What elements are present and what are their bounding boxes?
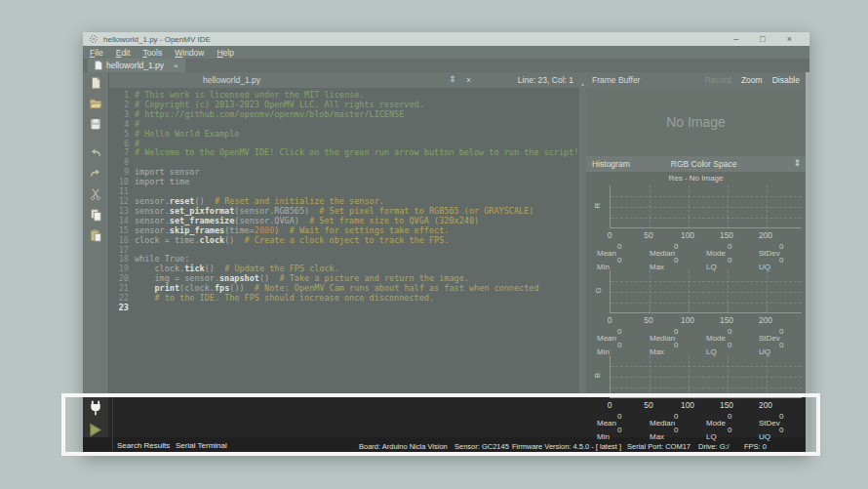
stat-value: 0 <box>674 256 678 265</box>
status-fps: FPS: 0 <box>744 442 767 451</box>
open-folder-icon <box>89 97 102 110</box>
menu-edit[interactable]: Edit <box>116 48 131 58</box>
toggle-search-results[interactable]: Search Results <box>117 441 170 450</box>
record-button: Record <box>705 75 731 85</box>
title-bar[interactable]: helloworld_1.py - OpenMV IDE –□× <box>83 32 809 46</box>
maximize-button[interactable]: □ <box>760 32 765 46</box>
tick-label: 0 <box>608 315 612 325</box>
frame-buffer-view: No Image <box>586 88 806 156</box>
stats-row: Min0Max0LQ0UQ0 <box>586 426 806 437</box>
scroll-up-icon[interactable]: ▴ <box>581 81 584 87</box>
close-button[interactable]: × <box>787 32 792 46</box>
stat-value: 0 <box>779 426 783 434</box>
disable-button[interactable]: Disable <box>772 75 800 85</box>
status-bar-content: Search ResultsSerial TerminalBoard: Ardu… <box>83 437 806 455</box>
code-line: # to the IDE. The FPS should increase on… <box>135 294 579 304</box>
code-line: import time <box>135 178 579 187</box>
stats-row: Mean0Median0Mode0StDev0 <box>586 412 806 424</box>
editor-close-icon[interactable]: × <box>466 75 471 85</box>
color-space-select[interactable]: RGB Color Space <box>671 159 737 169</box>
file-tab-close-icon[interactable]: × <box>174 61 178 70</box>
channel-plot: B <box>610 355 802 398</box>
file-tab[interactable]: helloworld_1.py × <box>88 59 185 72</box>
cut-button[interactable] <box>83 183 108 204</box>
document-split-icon[interactable]: ⇕ <box>449 74 456 84</box>
stat-value: 0 <box>779 341 783 349</box>
stat-value: 0 <box>728 327 731 336</box>
editor-scrollbar[interactable]: ▴ <box>579 72 586 395</box>
color-space-spinner-icon[interactable]: ⇕ <box>793 158 801 168</box>
status-firmware: Firmware Version: 4.5.0 - [ latest ] <box>512 442 621 451</box>
paste-icon <box>89 228 102 242</box>
tick-label: 50 <box>644 400 652 410</box>
undo-button[interactable] <box>83 143 108 163</box>
tick-label: 200 <box>759 400 772 410</box>
tick-label: 100 <box>681 230 694 240</box>
stat-value: 0 <box>617 256 621 265</box>
window-title: helloworld_1.py - OpenMV IDE <box>103 35 211 44</box>
stat-value: 0 <box>674 426 678 434</box>
status-drive: Drive: G:/ <box>698 442 730 451</box>
frame-buffer-title: Frame Buffer <box>592 75 640 85</box>
menu-help[interactable]: Help <box>217 48 233 58</box>
stat-value: 0 <box>779 242 783 251</box>
open-file-button[interactable] <box>83 93 108 113</box>
paste-button[interactable] <box>83 224 108 245</box>
stat-value: 0 <box>728 256 731 265</box>
tick-label: 200 <box>759 315 772 325</box>
status-sensor: Sensor: GC2145 <box>454 442 509 451</box>
stat-value: 0 <box>617 242 621 251</box>
channel-axis-label: B <box>593 373 602 378</box>
frame-buffer-actions: RecordZoomDisable <box>705 75 801 85</box>
document-selector[interactable]: helloworld_1.py <box>203 75 260 85</box>
channel-R: R050100150200Mean0Median0Mode0StDev0Min0… <box>586 185 806 270</box>
stat-value: 0 <box>674 341 678 349</box>
play-icon <box>87 422 106 438</box>
code-line <box>135 246 579 256</box>
cut-icon <box>89 187 102 201</box>
code-line: # Welcome to the OpenMV IDE! Click on th… <box>135 148 579 158</box>
tick-label: 150 <box>720 315 733 325</box>
status-serial-port: Serial Port: COM17 <box>627 442 690 451</box>
minimize-button[interactable]: – <box>733 32 738 46</box>
new-file-button[interactable] <box>83 72 108 93</box>
code-line: import sensor <box>135 168 579 178</box>
save-file-button[interactable] <box>83 113 108 134</box>
panel-scrollbar[interactable] <box>806 72 809 455</box>
code-line <box>135 304 579 313</box>
channel-plot: R <box>610 185 802 228</box>
tick-label: 50 <box>644 315 652 325</box>
code-editor[interactable]: 1234567891011121314151617181920212223 # … <box>108 88 579 395</box>
zoom-button[interactable]: Zoom <box>741 75 763 85</box>
channel-plot: G <box>610 270 802 313</box>
stat-value: 0 <box>779 412 783 421</box>
stats-row: Min0Max0LQ0UQ0 <box>586 256 806 267</box>
frame-buffer-header: Frame Buffer RecordZoomDisable <box>586 72 806 88</box>
stats-row: Min0Max0LQ0UQ0 <box>586 341 806 352</box>
file-tab-label: helloworld_1.py <box>106 61 164 70</box>
menu-bar: FileEditToolsWindowHelp <box>83 46 809 59</box>
undo-icon <box>89 146 102 160</box>
tick-label: 150 <box>720 230 733 240</box>
stat-value: 0 <box>617 426 621 434</box>
menu-window[interactable]: Window <box>175 48 204 58</box>
axis-ticks: 050100150200 <box>586 230 806 240</box>
redo-button[interactable] <box>83 163 108 183</box>
cursor-position: Line: 23, Col: 1 <box>518 75 573 85</box>
channel-G: G050100150200Mean0Median0Mode0StDev0Min0… <box>586 270 806 355</box>
menu-tools[interactable]: Tools <box>142 48 162 58</box>
copy-button[interactable] <box>83 204 108 224</box>
frame-buffer-panel: Frame Buffer RecordZoomDisable No Image … <box>586 72 806 455</box>
toggle-serial-terminal[interactable]: Serial Terminal <box>176 441 227 450</box>
connect-button[interactable] <box>87 399 106 419</box>
app-logo-icon <box>89 34 99 44</box>
stat-value: 0 <box>674 327 678 336</box>
menu-file[interactable]: File <box>90 48 103 58</box>
stats-row: Mean0Median0Mode0StDev0 <box>586 242 806 254</box>
stat-value: 0 <box>617 412 621 421</box>
file-icon <box>95 61 102 70</box>
code-line: # Hello World Example <box>135 130 579 140</box>
tick-label: 100 <box>681 315 694 325</box>
stat-value: 0 <box>728 412 731 421</box>
status-board: Board: Arduino Nicla Vision <box>359 442 448 451</box>
